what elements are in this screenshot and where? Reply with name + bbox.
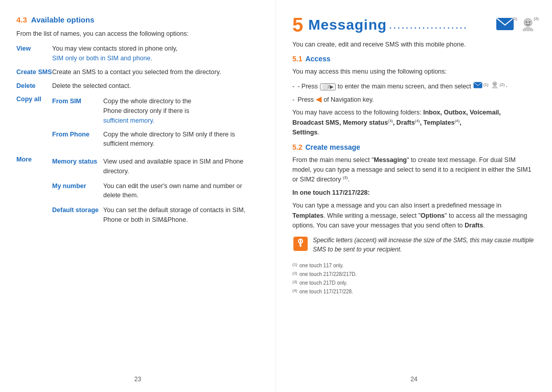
warning-sms-icon: ! — [292, 236, 309, 252]
left-page: 4.3 Available options From the list of n… — [0, 0, 276, 392]
suboption-table-copyall: From SIM Copy the whole directory to the… — [52, 95, 259, 151]
fn-text-4: one touch 117/217/228. — [300, 287, 353, 296]
right-page: 5 Messaging ................... (1) — [276, 0, 552, 392]
footnotes: (1) one touch 117 only. (2) one touch 21… — [292, 261, 536, 296]
press-nav-text: of Navigation key. — [324, 95, 374, 105]
opt-desc-delete: Delete the selected contact. — [52, 79, 259, 93]
opt-desc-view: You may view contacts stored in phone on… — [52, 42, 259, 65]
opt-sublabel-fromsim: From SIM — [52, 95, 103, 127]
folder-comma3: , — [459, 119, 461, 126]
opt-label-createsms: Create SMS — [16, 65, 52, 79]
opt-desc-memorystatus: View used and available space in SIM and… — [103, 155, 259, 178]
press-line1-middle: to enter the main menu screen, and then … — [338, 82, 471, 91]
table-row: From Phone Copy the whole directory to S… — [52, 128, 259, 151]
press-word: - Press — [297, 82, 318, 91]
touch-heading: In one touch 117/217/228: — [292, 188, 536, 198]
press-line-1: - - Press ⬜/▶ to enter the main menu scr… — [292, 80, 536, 91]
info-icon-wrap: ! — [292, 236, 309, 252]
face-superscript: (2) — [534, 16, 539, 21]
table-row: From SIM Copy the whole directory to the… — [52, 95, 259, 127]
table-row: Delete Delete the selected contact. — [16, 79, 259, 93]
opt-sublabel-defaultstorage: Default storage — [52, 202, 103, 227]
fn-num-2: (2) — [292, 270, 297, 279]
footnote-4: (4) one touch 117/217/228. — [292, 287, 536, 296]
create-body2: You can type a message and you can also … — [292, 201, 536, 230]
opt-sublabel-mynumber: My number — [52, 178, 103, 203]
opt-sublabel-fromphone: From Phone — [52, 128, 103, 151]
drafts-bold: Drafts — [465, 222, 483, 229]
folder-inbox: Inbox, Outbox, Voicemail, — [423, 109, 501, 116]
subsection-title-access: Access — [305, 55, 330, 63]
create-body1: From the main menu select "Messaging" to… — [292, 155, 536, 185]
nav-arrow-left: ◀ — [316, 94, 321, 105]
chapter-intro: You can create, edit and receive SMS wit… — [292, 40, 536, 50]
folder-sup3: (3) — [388, 119, 393, 123]
svg-rect-12 — [300, 245, 302, 246]
envelope-superscript: (1) — [512, 16, 517, 21]
page-num-24: 24 — [410, 376, 417, 383]
chapter-title-messaging: Messaging — [308, 17, 387, 33]
opt-sublabel-more-cell: Memory status View used and available sp… — [52, 153, 259, 229]
star-icon-wrapper: (2) — [520, 17, 536, 33]
opt-desc-fromsim: Copy the whole directory to the Phone di… — [103, 95, 259, 127]
left-intro: From the list of names, you can access t… — [16, 29, 259, 39]
info-text-content: Specific letters (accent) will increase … — [313, 236, 536, 254]
period: . — [505, 80, 507, 90]
opt-desc-defaultstorage: You can set the default storage of conta… — [103, 202, 259, 227]
opt-desc-fromphone: Copy the whole directory to SIM only if … — [103, 128, 259, 151]
fn-text-3: one touch 217D only. — [300, 279, 348, 287]
table-row: Default storage You can set the default … — [52, 202, 259, 227]
opt-desc-mynumber: You can edit the user's own name and num… — [103, 178, 259, 203]
envelope-icon — [496, 17, 514, 31]
svg-point-3 — [529, 21, 531, 22]
svg-point-6 — [493, 83, 494, 84]
chapter-dots: ................... — [389, 18, 494, 32]
templates-bold: Templates — [292, 212, 324, 219]
opt-desc-fromsim-blue: sufficient memory. — [103, 117, 154, 124]
key-btn-menu: ⬜/▶ — [320, 83, 336, 90]
table-row: Create SMS Create an SMS to a contact yo… — [16, 65, 259, 79]
section-title-4-3: Available options — [31, 15, 95, 24]
opt-sublabel-fromsim-cell: From SIM Copy the whole directory to the… — [52, 93, 259, 153]
section-5-1-heading: 5.1 Access — [292, 55, 536, 63]
opt-desc-createsms: Create an SMS to a contact you selected … — [52, 65, 259, 79]
table-row: Memory status View used and available sp… — [52, 155, 259, 178]
suboption-table-more: Memory status View used and available sp… — [52, 155, 259, 227]
section-num-4-3: 4.3 — [16, 15, 27, 24]
fn-text-1: one touch 117 only. — [300, 261, 344, 270]
table-row: View You may view contacts stored in pho… — [16, 42, 259, 65]
table-row: More Memory status View used and availab… — [16, 153, 259, 229]
opt-sublabel-memorystatus: Memory status — [52, 155, 103, 178]
folder-broadcast: Broadcast SMS, Memory status — [292, 119, 388, 126]
folder-comma2: , — [420, 119, 422, 126]
svg-point-7 — [495, 83, 496, 84]
opt-desc-view-blue: SIM only or both in SIM and phone. — [52, 55, 152, 62]
page-num-23: 23 — [134, 376, 141, 383]
inline-envelope-icon — [473, 82, 482, 88]
folder-sup4b: (4) — [454, 119, 459, 123]
folder-templates: Templates — [423, 119, 454, 126]
press-line-2: - Press ◀ of Navigation key. — [292, 94, 536, 105]
folders-text: You may have access to the following fol… — [292, 108, 536, 137]
folder-drafts: Drafts — [397, 119, 415, 126]
footnote-2: (2) one touch 217/228/217D. — [292, 270, 536, 279]
section-5-2-heading: 5.2 Create message — [292, 143, 536, 151]
access-body1: You may access this menu using the follo… — [292, 67, 536, 77]
fn-num-3: (3) — [292, 279, 297, 287]
fn-text-2: one touch 217/228/217D. — [300, 270, 357, 279]
opt-label-delete: Delete — [16, 79, 52, 93]
subsection-num-5-1: 5.1 — [292, 55, 302, 63]
inline-face-icon — [491, 81, 499, 89]
folder-sup4a: (4) — [415, 119, 420, 123]
subsection-num-5-2: 5.2 — [292, 143, 302, 151]
table-row: My number You can edit the user's own na… — [52, 178, 259, 203]
opt-label-more: More — [16, 153, 52, 229]
chapter-icons: (1) (2) — [496, 17, 536, 33]
svg-point-2 — [526, 21, 527, 22]
folder-comma: , — [393, 119, 395, 126]
inline-sup2: (2) — [500, 82, 505, 88]
chapter-5-heading: 5 Messaging ................... (1) — [292, 15, 536, 35]
section-4-3-heading: 4.3 Available options — [16, 15, 259, 24]
folder-period: . — [317, 129, 319, 136]
subsection-title-createmessage: Create message — [305, 143, 360, 151]
